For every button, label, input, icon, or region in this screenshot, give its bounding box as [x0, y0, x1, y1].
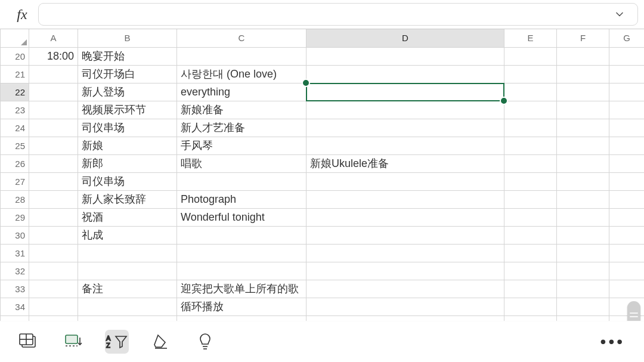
formula-input-wrap[interactable]	[38, 3, 638, 26]
cell-C26[interactable]: 唱歌	[177, 154, 306, 172]
cell-E33[interactable]	[504, 280, 557, 298]
row-header[interactable]: 21	[1, 65, 29, 83]
cell-D21[interactable]	[306, 65, 504, 83]
cell-D34[interactable]	[306, 298, 504, 315]
cell-A26[interactable]	[29, 154, 78, 172]
cell-F28[interactable]	[557, 190, 609, 208]
cell-G30[interactable]	[609, 226, 645, 244]
cell-F24[interactable]	[557, 119, 609, 137]
cell-B27[interactable]: 司仪串场	[78, 172, 177, 190]
cell-C30[interactable]	[177, 226, 306, 244]
cell-C28[interactable]: Photograph	[177, 190, 306, 208]
select-all-corner[interactable]	[1, 29, 29, 47]
col-header-E[interactable]: E	[504, 29, 557, 47]
cell-D35[interactable]	[306, 315, 504, 321]
cell-E26[interactable]	[504, 154, 557, 172]
cell-B21[interactable]: 司仪开场白	[78, 65, 177, 83]
cell-F27[interactable]	[557, 172, 609, 190]
col-header-D[interactable]: D	[306, 29, 504, 47]
cell-F23[interactable]	[557, 101, 609, 119]
cell-B35[interactable]	[78, 315, 177, 321]
cell-A27[interactable]	[29, 172, 78, 190]
cell-F22[interactable]	[557, 83, 609, 101]
row-header[interactable]: 29	[1, 208, 29, 226]
cell-E34[interactable]	[504, 298, 557, 315]
cell-G32[interactable]	[609, 262, 645, 280]
cell-C35[interactable]	[177, 315, 306, 321]
cell-G31[interactable]	[609, 244, 645, 262]
row-header[interactable]: 28	[1, 190, 29, 208]
cell-A29[interactable]	[29, 208, 78, 226]
row-header[interactable]: 32	[1, 262, 29, 280]
col-header-B[interactable]: B	[78, 29, 177, 47]
cell-F29[interactable]	[557, 208, 609, 226]
col-header-G[interactable]: G	[609, 29, 645, 47]
cell-D20[interactable]	[306, 47, 504, 65]
cell-A28[interactable]	[29, 190, 78, 208]
cell-E22[interactable]	[504, 83, 557, 101]
clear-icon[interactable]	[149, 330, 173, 354]
cell-D32[interactable]	[306, 262, 504, 280]
row-header[interactable]: 26	[1, 154, 29, 172]
row-header[interactable]: 20	[1, 47, 29, 65]
cell-F26[interactable]	[557, 154, 609, 172]
row-header[interactable]: 34	[1, 298, 29, 315]
cell-D25[interactable]	[306, 137, 504, 154]
col-header-F[interactable]: F	[557, 29, 609, 47]
col-header-C[interactable]: C	[177, 29, 306, 47]
cell-G28[interactable]	[609, 190, 645, 208]
cell-G27[interactable]	[609, 172, 645, 190]
cell-F34[interactable]	[557, 298, 609, 315]
row-header[interactable]: 23	[1, 101, 29, 119]
cell-D24[interactable]	[306, 119, 504, 137]
cell-G20[interactable]	[609, 47, 645, 65]
cell-B34[interactable]	[78, 298, 177, 315]
cell-D27[interactable]	[306, 172, 504, 190]
cell-C32[interactable]	[177, 262, 306, 280]
cell-E31[interactable]	[504, 244, 557, 262]
cell-B24[interactable]: 司仪串场	[78, 119, 177, 137]
card-view-icon[interactable]	[17, 330, 41, 354]
cell-E20[interactable]	[504, 47, 557, 65]
cell-E28[interactable]	[504, 190, 557, 208]
row-header[interactable]: 31	[1, 244, 29, 262]
cell-A33[interactable]	[29, 280, 78, 298]
cell-C22[interactable]: everything	[177, 83, 306, 101]
cell-F30[interactable]	[557, 226, 609, 244]
cell-C21[interactable]: 사랑한대 (One love)	[177, 65, 306, 83]
fx-button[interactable]: fx	[6, 7, 38, 23]
cell-C24[interactable]: 新人才艺准备	[177, 119, 306, 137]
more-button[interactable]: •••	[600, 332, 627, 351]
autofit-icon[interactable]	[61, 330, 85, 354]
formula-input[interactable]	[46, 9, 609, 20]
cell-D33[interactable]	[306, 280, 504, 298]
cell-B30[interactable]: 礼成	[78, 226, 177, 244]
cell-B25[interactable]: 新娘	[78, 137, 177, 154]
cell-F32[interactable]	[557, 262, 609, 280]
cell-D28[interactable]	[306, 190, 504, 208]
cell-D23[interactable]	[306, 101, 504, 119]
cell-G23[interactable]	[609, 101, 645, 119]
ideas-icon[interactable]	[193, 330, 217, 354]
cell-E27[interactable]	[504, 172, 557, 190]
row-header[interactable]: 27	[1, 172, 29, 190]
sort-filter-icon[interactable]: A Z	[105, 330, 129, 354]
cell-A22[interactable]	[29, 83, 78, 101]
cell-D22[interactable]	[306, 83, 504, 101]
cell-B20[interactable]: 晚宴开始	[78, 47, 177, 65]
cell-C31[interactable]	[177, 244, 306, 262]
cell-G26[interactable]	[609, 154, 645, 172]
cell-G29[interactable]	[609, 208, 645, 226]
cell-A34[interactable]	[29, 298, 78, 315]
cell-C20[interactable]	[177, 47, 306, 65]
cell-C34[interactable]: 循环播放	[177, 298, 306, 315]
cell-F35[interactable]	[557, 315, 609, 321]
cell-D29[interactable]	[306, 208, 504, 226]
cell-F31[interactable]	[557, 244, 609, 262]
cell-B28[interactable]: 新人家长致辞	[78, 190, 177, 208]
cell-D30[interactable]	[306, 226, 504, 244]
cell-G25[interactable]	[609, 137, 645, 154]
cell-F21[interactable]	[557, 65, 609, 83]
cell-E32[interactable]	[504, 262, 557, 280]
cell-E35[interactable]	[504, 315, 557, 321]
